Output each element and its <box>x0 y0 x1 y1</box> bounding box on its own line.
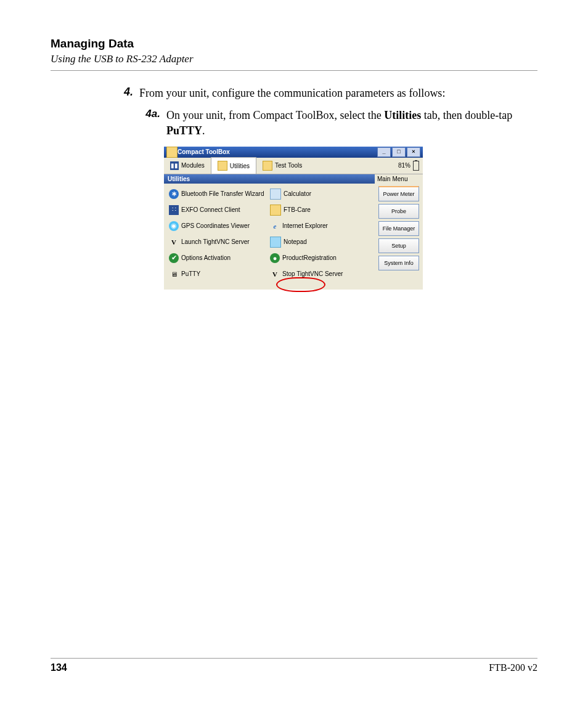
calculator-icon <box>270 189 281 200</box>
text-fragment: On your unit, from Compact ToolBox, sele… <box>166 109 384 121</box>
utility-label: Options Activation <box>181 254 231 261</box>
step-text: From your unit, configure the communicat… <box>139 86 445 100</box>
utility-notepad[interactable]: Notepad <box>267 234 369 250</box>
modules-icon: ▮▮ <box>170 161 179 170</box>
utility-gps[interactable]: ◉GPS Coordinates Viewer <box>166 218 267 234</box>
putty-icon: 🖥 <box>169 269 179 279</box>
document-id: FTB-200 v2 <box>489 662 537 673</box>
window-content: Utilities ∗Bluetooth File Transfer Wizar… <box>164 174 423 290</box>
utility-label: PuTTY <box>181 270 200 277</box>
notepad-icon <box>270 237 281 248</box>
folder-icon <box>270 205 281 216</box>
tab-utilities[interactable]: Utilities <box>211 157 256 174</box>
maximize-button[interactable]: □ <box>392 147 406 157</box>
bluetooth-icon: ∗ <box>169 189 179 199</box>
text-fragment: tab, then double-tap <box>421 109 512 121</box>
utility-calculator[interactable]: Calculator <box>267 186 369 202</box>
tab-modules[interactable]: ▮▮ Modules <box>164 158 211 174</box>
ie-icon: e <box>270 221 280 231</box>
folder-icon <box>218 161 227 171</box>
utility-ie[interactable]: eInternet Explorer <box>267 218 369 234</box>
page-footer: 134 FTB-200 v2 <box>51 658 537 673</box>
page-title: Managing Data <box>51 37 537 51</box>
step-4: 4. From your unit, configure the communi… <box>111 86 537 100</box>
vnc-icon: V <box>169 237 179 247</box>
utility-exfo-connect[interactable]: ∷EXFO Connect Client <box>166 202 267 218</box>
utility-label: GPS Coordinates Viewer <box>181 222 250 229</box>
page-number: 134 <box>51 662 67 673</box>
utility-stop-vnc[interactable]: VStop TightVNC Server <box>267 266 369 282</box>
substep-4a: 4a. On your unit, from Compact ToolBox, … <box>139 108 537 138</box>
utility-label: Internet Explorer <box>282 222 328 229</box>
tools-icon <box>263 161 272 171</box>
menu-file-manager[interactable]: File Manager <box>378 221 419 236</box>
tab-test-tools[interactable]: Test Tools <box>256 158 308 174</box>
battery-status: 81% <box>398 161 423 171</box>
utility-label: FTB-Care <box>284 206 311 213</box>
utilities-grid: ∗Bluetooth File Transfer Wizard Calculat… <box>164 184 375 290</box>
menu-probe[interactable]: Probe <box>378 204 419 219</box>
utility-label: Notepad <box>284 238 307 245</box>
step-number: 4. <box>111 86 139 100</box>
menu-label: Setup <box>391 243 406 249</box>
tab-label: Modules <box>181 162 205 169</box>
utility-label: Stop TightVNC Server <box>282 270 343 277</box>
footer-divider <box>51 658 537 659</box>
tab-label: Utilities <box>230 163 250 169</box>
page-subtitle: Using the USB to RS-232 Adapter <box>51 53 537 65</box>
menu-label: Probe <box>391 208 406 214</box>
minimize-button[interactable]: _ <box>377 147 391 157</box>
registration-icon: ● <box>270 253 280 263</box>
tab-bar: ▮▮ Modules Utilities Test Tools 81% <box>164 158 423 174</box>
embedded-screenshot: Compact ToolBox _ □ × ▮▮ Modules Utiliti… <box>164 147 423 290</box>
battery-icon <box>413 161 419 171</box>
app-icon <box>166 147 178 158</box>
utility-product-registration[interactable]: ●ProductRegistration <box>267 250 369 266</box>
battery-percent: 81% <box>398 162 410 169</box>
window-titlebar: Compact ToolBox _ □ × <box>164 147 423 158</box>
text-fragment: . <box>202 124 205 137</box>
utility-bluetooth[interactable]: ∗Bluetooth File Transfer Wizard <box>166 186 267 202</box>
bold-utilities: Utilities <box>384 109 421 121</box>
utility-label: Launch TightVNC Server <box>181 238 250 245</box>
menu-system-info[interactable]: System Info <box>378 256 419 270</box>
utility-options-activation[interactable]: ✔Options Activation <box>166 250 267 266</box>
bold-putty: PuTTY <box>166 124 202 137</box>
utility-label: Bluetooth File Transfer Wizard <box>181 190 264 197</box>
document-page: Managing Data Using the USB to RS-232 Ad… <box>0 0 588 714</box>
window-title: Compact ToolBox <box>178 148 376 155</box>
utility-launch-vnc[interactable]: VLaunch TightVNC Server <box>166 234 267 250</box>
menu-power-meter[interactable]: Power Meter <box>378 186 419 201</box>
menu-setup[interactable]: Setup <box>378 238 419 253</box>
panel-header: Utilities <box>164 174 375 184</box>
utility-label: Calculator <box>284 190 311 197</box>
globe-icon: ◉ <box>169 221 179 231</box>
tab-label: Test Tools <box>275 162 302 169</box>
utility-ftb-care[interactable]: FTB-Care <box>267 202 369 218</box>
menu-label: System Info <box>384 260 414 266</box>
activation-icon: ✔ <box>169 253 179 263</box>
utilities-panel: Utilities ∗Bluetooth File Transfer Wizar… <box>164 174 375 290</box>
divider <box>51 70 537 71</box>
utility-label: EXFO Connect Client <box>181 206 240 213</box>
menu-header: Main Menu <box>375 174 423 184</box>
menu-label: File Manager <box>383 225 415 232</box>
substep-text: On your unit, from Compact ToolBox, sele… <box>166 108 537 138</box>
substep-number: 4a. <box>139 108 166 138</box>
menu-label: Power Meter <box>383 191 414 197</box>
vnc-icon: V <box>270 269 280 279</box>
utility-putty[interactable]: 🖥PuTTY <box>166 266 267 282</box>
utility-label: ProductRegistration <box>282 254 337 261</box>
close-button[interactable]: × <box>407 147 420 157</box>
exfo-icon: ∷ <box>169 205 179 215</box>
main-menu-panel: Main Menu Power Meter Probe File Manager… <box>375 174 423 290</box>
